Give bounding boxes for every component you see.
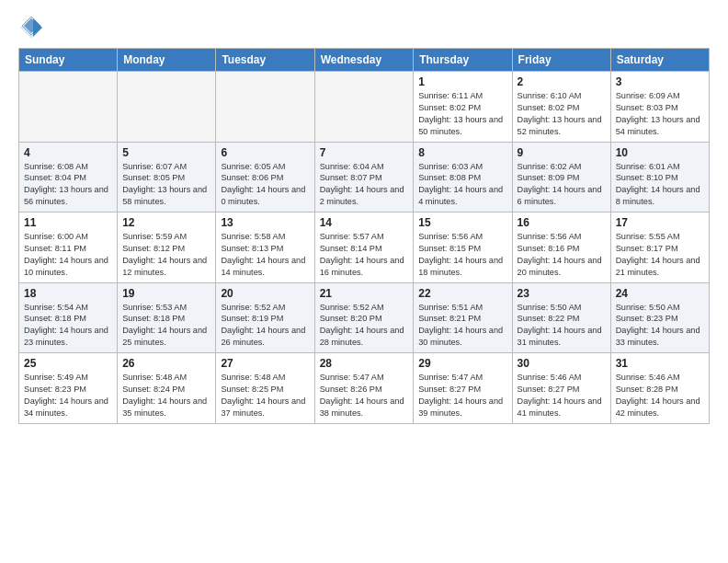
- sunrise-label: Sunrise: 6:11 AM: [418, 91, 483, 100]
- daylight-label: Daylight: 14 hours and 2 minutes.: [320, 185, 404, 206]
- daylight-label: Daylight: 14 hours and 41 minutes.: [518, 396, 602, 418]
- day-info: Sunrise: 6:03 AMSunset: 8:08 PMDaylight:…: [418, 161, 506, 209]
- day-number: 30: [518, 357, 606, 370]
- sunset-label: Sunset: 8:23 PM: [616, 314, 678, 323]
- sunrise-label: Sunrise: 6:02 AM: [518, 162, 582, 171]
- calendar-cell: 4Sunrise: 6:08 AMSunset: 8:04 PMDaylight…: [19, 142, 118, 213]
- sunrise-label: Sunrise: 5:50 AM: [616, 303, 680, 312]
- day-number: 7: [320, 146, 409, 159]
- day-info: Sunrise: 5:58 AMSunset: 8:13 PMDaylight:…: [221, 231, 309, 279]
- sunrise-label: Sunrise: 5:46 AM: [616, 373, 680, 382]
- sunset-label: Sunset: 8:24 PM: [122, 385, 185, 394]
- sunrise-label: Sunrise: 5:59 AM: [122, 232, 187, 241]
- calendar-cell: 21Sunrise: 5:52 AMSunset: 8:20 PMDayligh…: [314, 282, 414, 353]
- day-info: Sunrise: 6:09 AMSunset: 8:03 PMDaylight:…: [616, 90, 704, 138]
- calendar-week-5: 25Sunrise: 5:49 AMSunset: 8:23 PMDayligh…: [19, 353, 710, 424]
- sunrise-label: Sunrise: 6:00 AM: [24, 232, 88, 241]
- daylight-label: Daylight: 14 hours and 0 minutes.: [221, 185, 305, 206]
- calendar-cell: [118, 72, 216, 143]
- sunrise-label: Sunrise: 5:49 AM: [24, 373, 88, 382]
- sunrise-label: Sunrise: 5:56 AM: [418, 232, 483, 241]
- sunrise-label: Sunrise: 5:47 AM: [320, 373, 384, 382]
- day-number: 23: [518, 287, 606, 300]
- sunrise-label: Sunrise: 5:56 AM: [518, 232, 582, 241]
- calendar-cell: 19Sunrise: 5:53 AMSunset: 8:18 PMDayligh…: [118, 282, 216, 353]
- calendar-week-3: 11Sunrise: 6:00 AMSunset: 8:11 PMDayligh…: [19, 213, 710, 283]
- sunset-label: Sunset: 8:18 PM: [122, 314, 185, 323]
- daylight-label: Daylight: 14 hours and 31 minutes.: [518, 326, 602, 347]
- day-info: Sunrise: 5:53 AMSunset: 8:18 PMDaylight:…: [122, 302, 210, 350]
- sunset-label: Sunset: 8:14 PM: [320, 244, 382, 253]
- calendar-cell: 3Sunrise: 6:09 AMSunset: 8:03 PMDaylight…: [610, 72, 709, 143]
- daylight-label: Daylight: 14 hours and 21 minutes.: [616, 256, 700, 277]
- day-info: Sunrise: 5:47 AMSunset: 8:26 PMDaylight:…: [320, 372, 409, 419]
- day-number: 1: [418, 75, 506, 88]
- daylight-label: Daylight: 13 hours and 58 minutes.: [122, 185, 207, 206]
- sunrise-label: Sunrise: 5:51 AM: [418, 303, 483, 312]
- sunset-label: Sunset: 8:17 PM: [616, 244, 678, 253]
- day-number: 20: [221, 287, 309, 300]
- calendar-cell: 28Sunrise: 5:47 AMSunset: 8:26 PMDayligh…: [314, 353, 414, 424]
- sunrise-label: Sunrise: 5:46 AM: [518, 373, 582, 382]
- daylight-label: Daylight: 14 hours and 28 minutes.: [320, 326, 404, 347]
- day-info: Sunrise: 5:50 AMSunset: 8:22 PMDaylight:…: [518, 302, 606, 350]
- sunset-label: Sunset: 8:02 PM: [518, 103, 580, 112]
- day-number: 18: [24, 287, 112, 300]
- day-number: 27: [221, 357, 309, 370]
- sunset-label: Sunset: 8:02 PM: [418, 103, 481, 112]
- sunrise-label: Sunrise: 6:08 AM: [24, 162, 88, 171]
- sunrise-label: Sunrise: 5:52 AM: [221, 303, 285, 312]
- daylight-label: Daylight: 14 hours and 4 minutes.: [418, 185, 503, 206]
- daylight-label: Daylight: 14 hours and 30 minutes.: [418, 326, 503, 347]
- day-number: 16: [518, 216, 606, 229]
- day-number: 15: [418, 216, 506, 229]
- sunrise-label: Sunrise: 5:48 AM: [122, 373, 187, 382]
- sunset-label: Sunset: 8:08 PM: [418, 173, 481, 182]
- sunset-label: Sunset: 8:11 PM: [24, 244, 86, 253]
- day-info: Sunrise: 5:52 AMSunset: 8:20 PMDaylight:…: [320, 302, 409, 350]
- calendar-cell: 14Sunrise: 5:57 AMSunset: 8:14 PMDayligh…: [314, 213, 414, 283]
- sunset-label: Sunset: 8:18 PM: [24, 314, 86, 323]
- day-info: Sunrise: 5:46 AMSunset: 8:28 PMDaylight:…: [616, 372, 704, 419]
- daylight-label: Daylight: 14 hours and 18 minutes.: [418, 256, 503, 277]
- day-number: 22: [418, 287, 506, 300]
- page: SundayMondayTuesdayWednesdayThursdayFrid…: [0, 0, 728, 439]
- sunrise-label: Sunrise: 6:04 AM: [320, 162, 384, 171]
- sunrise-label: Sunrise: 6:03 AM: [418, 162, 483, 171]
- daylight-label: Daylight: 14 hours and 25 minutes.: [122, 326, 207, 347]
- sunset-label: Sunset: 8:12 PM: [122, 244, 185, 253]
- day-number: 28: [320, 357, 409, 370]
- calendar-cell: 16Sunrise: 5:56 AMSunset: 8:16 PMDayligh…: [512, 213, 610, 283]
- daylight-label: Daylight: 14 hours and 23 minutes.: [24, 326, 108, 347]
- sunset-label: Sunset: 8:21 PM: [418, 314, 481, 323]
- day-info: Sunrise: 6:10 AMSunset: 8:02 PMDaylight:…: [518, 90, 606, 138]
- day-info: Sunrise: 5:46 AMSunset: 8:27 PMDaylight:…: [518, 372, 606, 419]
- sunset-label: Sunset: 8:28 PM: [616, 385, 678, 394]
- sunset-label: Sunset: 8:23 PM: [24, 385, 86, 394]
- sunrise-label: Sunrise: 5:54 AM: [24, 303, 88, 312]
- day-info: Sunrise: 5:51 AMSunset: 8:21 PMDaylight:…: [418, 302, 506, 350]
- daylight-label: Daylight: 14 hours and 14 minutes.: [221, 256, 305, 277]
- day-number: 26: [122, 357, 210, 370]
- day-number: 8: [418, 146, 506, 159]
- sunset-label: Sunset: 8:25 PM: [221, 385, 283, 394]
- header-row: SundayMondayTuesdayWednesdayThursdayFrid…: [19, 49, 710, 72]
- daylight-label: Daylight: 14 hours and 26 minutes.: [221, 326, 305, 347]
- daylight-label: Daylight: 14 hours and 34 minutes.: [24, 396, 108, 418]
- calendar-cell: 17Sunrise: 5:55 AMSunset: 8:17 PMDayligh…: [610, 213, 709, 283]
- sunrise-label: Sunrise: 6:07 AM: [122, 162, 187, 171]
- logo: [18, 15, 46, 40]
- day-info: Sunrise: 6:00 AMSunset: 8:11 PMDaylight:…: [24, 231, 112, 279]
- day-number: 29: [418, 357, 506, 370]
- calendar-cell: 10Sunrise: 6:01 AMSunset: 8:10 PMDayligh…: [610, 142, 709, 213]
- calendar-cell: 11Sunrise: 6:00 AMSunset: 8:11 PMDayligh…: [19, 213, 118, 283]
- calendar-cell: 13Sunrise: 5:58 AMSunset: 8:13 PMDayligh…: [216, 213, 314, 283]
- calendar-week-1: 1Sunrise: 6:11 AMSunset: 8:02 PMDaylight…: [19, 72, 710, 143]
- sunset-label: Sunset: 8:07 PM: [320, 173, 382, 182]
- daylight-label: Daylight: 13 hours and 52 minutes.: [518, 115, 602, 136]
- calendar-cell: [216, 72, 314, 143]
- day-info: Sunrise: 6:05 AMSunset: 8:06 PMDaylight:…: [221, 161, 309, 209]
- day-info: Sunrise: 5:56 AMSunset: 8:15 PMDaylight:…: [418, 231, 506, 279]
- sunrise-label: Sunrise: 5:48 AM: [221, 373, 285, 382]
- sunset-label: Sunset: 8:13 PM: [221, 244, 283, 253]
